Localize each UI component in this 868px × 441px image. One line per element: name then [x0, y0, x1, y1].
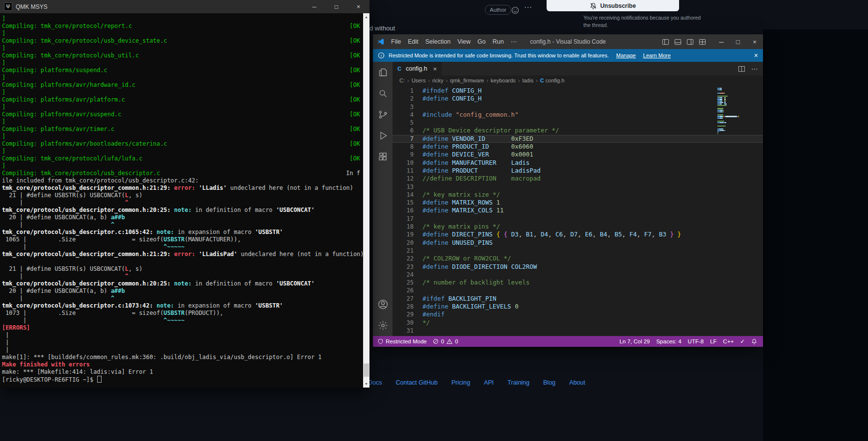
terminal-line: | ^~~~~~ — [2, 317, 360, 324]
code-editor[interactable]: 1#ifndef CONFIG_H2#define CONFIG_H3 4#in… — [393, 85, 763, 336]
extensions-icon[interactable] — [373, 146, 393, 167]
tab-config-h[interactable]: C config.h × — [393, 62, 442, 76]
terminal-title: QMK MSYS — [16, 3, 48, 10]
account-icon[interactable] — [373, 294, 393, 315]
code-line: 3 — [393, 103, 763, 111]
footer-link[interactable]: Blog — [543, 379, 555, 386]
terminal-line: ] — [2, 89, 360, 96]
toggle-secondary-sidebar-icon[interactable] — [686, 38, 694, 46]
code-line: 21 — [393, 247, 763, 255]
footer-link[interactable]: Contact GitHub — [395, 379, 437, 386]
scrollbar-thumb[interactable] — [364, 363, 369, 377]
notification-reason-text: You're receiving notifications because y… — [583, 14, 709, 29]
breadcrumb-item[interactable]: C: — [399, 78, 405, 83]
obscured-text-fragment: d without — [369, 25, 395, 32]
terminal-line: tmk_core/protocol/usb_descriptor.c:1065:… — [2, 229, 360, 236]
add-reaction-icon[interactable] — [511, 6, 519, 14]
terminal-output[interactable]: ]Compiling: tmk_core/protocol/report.c[O… — [0, 13, 363, 388]
search-icon[interactable] — [373, 83, 393, 104]
close-button[interactable]: × — [347, 0, 369, 13]
terminal-line: make[1]: *** [builddefs/common_rules.mk:… — [2, 354, 360, 361]
indentation-status[interactable]: Spaces: 4 — [656, 338, 681, 344]
manage-link[interactable]: Manage — [616, 52, 636, 58]
footer-link[interactable]: API — [484, 379, 494, 386]
breadcrumb-item[interactable]: qmk_firmware — [450, 78, 484, 83]
code-line: 2#define CONFIG_H — [393, 95, 763, 103]
language-mode-status[interactable]: C++ — [723, 338, 734, 344]
terminal-line: | ^ — [2, 199, 360, 207]
terminal-line: | ^ — [2, 295, 360, 302]
minimize-button[interactable]: ─ — [713, 34, 730, 49]
run-debug-icon[interactable] — [373, 125, 393, 146]
terminal-cursor — [97, 376, 102, 383]
encoding-status[interactable]: UTF-8 — [688, 338, 704, 344]
code-line: 13 — [393, 183, 763, 191]
menu-item[interactable]: Edit — [404, 34, 422, 49]
cursor-position-status[interactable]: Ln 7, Col 29 — [619, 338, 650, 344]
breadcrumb-separator-icon: › — [486, 78, 488, 83]
settings-gear-icon[interactable] — [373, 315, 393, 336]
terminal-line: | ^~~~~~ — [2, 243, 360, 251]
author-badge: Author — [485, 5, 511, 15]
terminal-scrollbar[interactable]: ▲ ▼ — [363, 13, 369, 388]
footer-link[interactable]: Docs — [368, 379, 382, 386]
maximize-button[interactable]: □ — [325, 0, 347, 13]
footer-link[interactable]: Pricing — [451, 379, 470, 386]
code-line: 31 — [393, 327, 763, 335]
breadcrumb-item[interactable]: Users — [412, 78, 426, 83]
breadcrumb-item[interactable]: ladis — [523, 78, 534, 83]
menu-item[interactable]: ⋯ — [507, 34, 521, 49]
breadcrumb-separator-icon: › — [428, 78, 430, 83]
code-line: 14/* key matrix size */ — [393, 191, 763, 199]
tab-close-icon[interactable]: × — [433, 65, 437, 73]
scroll-up-icon[interactable]: ▲ — [363, 13, 369, 21]
code-line: 4#include "config_common.h" — [393, 111, 763, 119]
explorer-icon[interactable] — [373, 62, 393, 83]
restricted-mode-status[interactable]: Restricted Mode — [378, 338, 427, 344]
code-line: 22/* COL2ROW or ROW2COL */ — [393, 255, 763, 262]
menu-item[interactable]: Run — [489, 34, 507, 49]
code-line: 24 — [393, 271, 763, 279]
toggle-panel-icon[interactable] — [674, 38, 682, 46]
terminal-line: ] — [2, 45, 360, 52]
breadcrumb: C:›Users›ricky›qmk_firmware›keyboards›la… — [393, 76, 763, 85]
footer-link[interactable]: About — [569, 379, 585, 386]
menu-item[interactable]: Selection — [422, 34, 454, 49]
breadcrumb-item[interactable]: ricky — [432, 78, 444, 83]
check-icon[interactable]: ✓ — [740, 338, 745, 345]
comment-options-icon[interactable]: ⋯ — [524, 2, 532, 12]
code-line: 20#define UNUSED_PINS — [393, 239, 763, 247]
terminal-line: 21 | #define USBSTR(s) USBCONCAT(L, s) — [2, 192, 360, 199]
editor-actions-icon[interactable]: ⋯ — [751, 65, 758, 73]
terminal-line: ] — [2, 133, 360, 140]
maximize-button[interactable]: □ — [730, 34, 746, 49]
minimap[interactable] — [717, 88, 740, 136]
split-editor-icon[interactable] — [738, 65, 745, 73]
toggle-sidebar-icon[interactable] — [662, 38, 669, 46]
unsubscribe-button[interactable]: Unsubscribe — [547, 0, 679, 11]
menu-item[interactable]: Go — [474, 34, 489, 49]
menu-item[interactable]: View — [454, 34, 474, 49]
terminal-line: Compiling: tmk_core/protocol/usb_device_… — [2, 37, 360, 45]
problems-status[interactable]: 0 0 — [433, 338, 458, 344]
scroll-down-icon[interactable]: ▼ — [363, 380, 369, 388]
breadcrumb-separator-icon: › — [407, 78, 409, 83]
restricted-mode-banner: Restricted Mode is intended for safe cod… — [373, 49, 763, 62]
terminal-line: ] — [2, 148, 360, 155]
learn-more-link[interactable]: Learn More — [643, 52, 671, 58]
eol-status[interactable]: LF — [710, 338, 716, 344]
breadcrumb-item[interactable]: keyboards — [491, 78, 516, 83]
minimize-button[interactable]: ─ — [303, 0, 325, 13]
customize-layout-icon[interactable] — [699, 38, 706, 46]
menu-item[interactable]: File — [388, 34, 404, 49]
window-controls: ─ □ × — [662, 34, 763, 49]
breadcrumb-item[interactable]: Cconfig.h — [540, 78, 564, 83]
footer-link[interactable]: Training — [507, 379, 529, 386]
terminal-line: 1065 | .Size = sizeof(USBSTR(MANUFACTURE… — [2, 236, 360, 243]
terminal-line: ] — [2, 30, 360, 37]
banner-close-icon[interactable]: × — [754, 52, 758, 59]
notifications-bell-icon[interactable] — [751, 338, 757, 344]
terminal-line: make: *** [Makefile:414: ladis:via] Erro… — [2, 368, 360, 376]
source-control-icon[interactable] — [373, 104, 393, 125]
close-button[interactable]: × — [746, 34, 763, 49]
